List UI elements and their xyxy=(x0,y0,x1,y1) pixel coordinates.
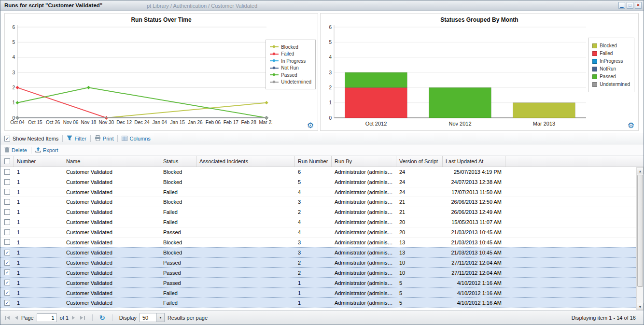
printer-icon xyxy=(95,135,101,142)
row-checkbox[interactable]: ✓ xyxy=(4,250,10,255)
column-header-last-updated-at[interactable]: Last Updated At xyxy=(443,156,505,167)
row-checkbox[interactable]: ✓ xyxy=(4,269,10,275)
close-button[interactable]: × xyxy=(635,2,642,9)
cell: 20 xyxy=(396,217,443,227)
row-checkbox[interactable] xyxy=(4,169,10,175)
legend-item-notrun[interactable]: NotRun xyxy=(592,66,630,71)
svg-text:Nov 18: Nov 18 xyxy=(81,120,97,125)
cell: 4/10/2012 1:16 AM xyxy=(443,278,505,287)
table-row[interactable]: 1Customer ValidatedBlocked5Administrator… xyxy=(0,177,644,187)
legend-item-passed[interactable]: Passed xyxy=(270,72,311,78)
columns-button[interactable]: Columns xyxy=(122,136,150,142)
row-checkbox[interactable]: ✓ xyxy=(4,300,10,306)
table-row[interactable]: 1Customer ValidatedFailed2Administrator … xyxy=(0,207,644,217)
cell: 13 xyxy=(396,248,443,257)
legend-label: InProgress xyxy=(600,58,623,64)
row-checkbox[interactable] xyxy=(4,179,10,185)
chart-settings-gear-icon[interactable]: ⚙ xyxy=(307,121,314,130)
cell: Customer Validated xyxy=(63,238,160,247)
column-header-status[interactable]: Status xyxy=(160,156,196,167)
first-page-button[interactable] xyxy=(4,315,11,320)
cell: Blocked xyxy=(160,167,196,177)
row-checkbox[interactable]: ✓ xyxy=(4,290,10,296)
row-checkbox[interactable]: ✓ xyxy=(4,260,10,266)
legend-swatch xyxy=(270,46,279,47)
page-size-select[interactable]: 50 ▼ xyxy=(140,313,165,322)
last-page-button[interactable] xyxy=(79,315,85,320)
legend-item-inprogress[interactable]: InProgress xyxy=(592,58,630,64)
cell: 1 xyxy=(14,177,63,187)
delete-button[interactable]: Delete xyxy=(4,147,27,154)
row-checkbox-cell: ✓ xyxy=(0,268,14,277)
legend-item-blocked[interactable]: Blocked xyxy=(270,44,311,50)
chart-settings-gear-icon[interactable]: ⚙ xyxy=(628,121,634,130)
next-page-button[interactable] xyxy=(71,315,76,320)
chart-title: Statuses Grouped By Month xyxy=(321,14,638,23)
separator xyxy=(117,135,118,142)
legend-item-not-run[interactable]: Not Run xyxy=(270,65,311,71)
legend-item-passed[interactable]: Passed xyxy=(592,74,630,79)
legend-item-failed[interactable]: Failed xyxy=(270,51,311,57)
scrollbar-thumb[interactable] xyxy=(637,175,643,287)
column-header-run-by[interactable]: Run By xyxy=(332,156,396,167)
column-header-number[interactable]: Number xyxy=(14,156,63,167)
legend-marker xyxy=(272,52,276,55)
table-row[interactable]: 1Customer ValidatedBlocked3Administrator… xyxy=(0,197,644,207)
legend-item-in-progress[interactable]: In Progress xyxy=(270,58,311,64)
column-header-name[interactable]: Name xyxy=(63,156,160,167)
table-body: 1Customer ValidatedBlocked6Administrator… xyxy=(0,167,644,310)
print-button[interactable]: Print xyxy=(95,135,114,142)
legend-swatch xyxy=(592,74,597,79)
legend-item-undetermined[interactable]: Undetermined xyxy=(592,82,630,87)
row-checkbox[interactable] xyxy=(4,209,10,215)
separator xyxy=(92,314,93,321)
cell: 21/03/2013 10:45 AM xyxy=(443,227,505,237)
row-checkbox[interactable] xyxy=(4,229,10,235)
cell: Customer Validated xyxy=(63,187,160,197)
row-checkbox[interactable] xyxy=(4,199,10,205)
cell: 5 xyxy=(396,288,443,297)
svg-text:Nov 2012: Nov 2012 xyxy=(448,121,471,127)
scroll-down-button[interactable]: ▼ xyxy=(637,303,644,310)
table-row[interactable]: ✓1Customer ValidatedPassed1Administrator… xyxy=(0,278,644,288)
column-header-run-number[interactable]: Run Number xyxy=(295,156,332,167)
page-input[interactable] xyxy=(37,313,57,322)
cell: 10 xyxy=(396,268,443,277)
table-row[interactable]: ✓1Customer ValidatedPassed2Administrator… xyxy=(0,268,644,278)
refresh-icon[interactable]: ↻ xyxy=(99,314,105,321)
row-checkbox[interactable] xyxy=(4,239,10,245)
column-header-associated-incidents[interactable]: Associated Incidents xyxy=(196,156,295,167)
table-row[interactable]: 1Customer ValidatedFailed4Administrator … xyxy=(0,217,644,227)
table-row[interactable]: ✓1Customer ValidatedBlocked3Administrato… xyxy=(0,247,644,257)
previous-page-button[interactable] xyxy=(14,315,18,320)
show-nested-items-checkbox[interactable]: ✓ xyxy=(4,136,10,141)
filter-button[interactable]: Filter xyxy=(67,135,86,142)
minimize-button[interactable]: ▁ xyxy=(618,2,625,9)
legend-label: In Progress xyxy=(281,58,306,64)
cell: 1 xyxy=(14,248,63,257)
table-row[interactable]: ✓1Customer ValidatedPassed2Administrator… xyxy=(0,257,644,268)
table-row[interactable]: 1Customer ValidatedPassed4Administrator … xyxy=(0,227,644,238)
restore-button[interactable]: □ xyxy=(627,2,633,9)
table-row[interactable]: ✓1Customer ValidatedFailed1Administrator… xyxy=(0,297,644,308)
table-row[interactable]: 1Customer ValidatedBlocked6Administrator… xyxy=(0,167,644,177)
table-row[interactable]: 1Customer ValidatedBlocked3Administrator… xyxy=(0,238,644,248)
legend-item-failed[interactable]: Failed xyxy=(592,51,630,56)
legend-swatch xyxy=(270,54,279,55)
row-checkbox[interactable] xyxy=(4,189,10,195)
cell xyxy=(196,187,295,197)
table-row[interactable]: ✓1Customer ValidatedFailed1Administrator… xyxy=(0,288,644,298)
legend-item-blocked[interactable]: Blocked xyxy=(592,43,630,48)
svg-text:Oct 15: Oct 15 xyxy=(28,120,42,125)
legend-label: NotRun xyxy=(600,66,616,71)
select-all-checkbox[interactable] xyxy=(4,158,10,164)
legend-item-undetermined[interactable]: Undetermined xyxy=(270,79,311,85)
row-checkbox[interactable]: ✓ xyxy=(4,280,10,285)
vertical-scrollbar[interactable]: ▲ ▼ xyxy=(636,167,644,310)
export-button[interactable]: Export xyxy=(35,147,58,154)
column-header-version-of-script[interactable]: Version of Script xyxy=(396,156,443,167)
page-size-value: 50 xyxy=(140,315,156,321)
row-checkbox[interactable] xyxy=(4,219,10,225)
table-row[interactable]: 1Customer ValidatedFailed4Administrator … xyxy=(0,187,644,198)
scroll-up-button[interactable]: ▲ xyxy=(637,167,644,174)
